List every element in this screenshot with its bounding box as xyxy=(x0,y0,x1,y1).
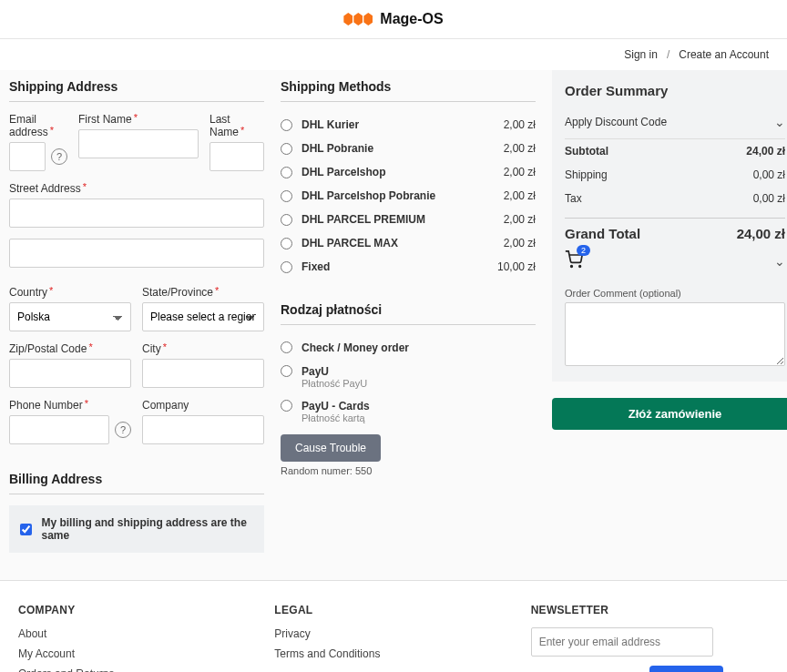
shipping-label: Shipping xyxy=(565,168,608,181)
payment-row[interactable]: Check / Money order xyxy=(281,336,536,360)
cause-trouble-button[interactable]: Cause Trouble xyxy=(281,434,381,462)
footer: COMPANY About My Account Orders and Retu… xyxy=(0,580,787,672)
chevron-down-icon: ⌄ xyxy=(774,254,785,269)
tax-value: 0,00 zł xyxy=(753,192,785,205)
place-order-button[interactable]: Złóż zamówienie xyxy=(552,398,787,430)
billing-same-label: My billing and shipping address are the … xyxy=(41,516,253,542)
state-label: State/Province xyxy=(142,286,264,299)
ship-method-row[interactable]: DHL Pobranie2,00 zł xyxy=(281,137,536,160)
shipping-methods-title: Shipping Methods xyxy=(281,70,536,102)
svg-point-1 xyxy=(579,266,581,268)
ship-method-row[interactable]: DHL Parcelshop Pobranie2,00 zł xyxy=(281,184,536,208)
ship-radio[interactable] xyxy=(281,261,292,273)
ship-method-row[interactable]: Fixed10,00 zł xyxy=(281,255,536,279)
zip-label: Zip/Postal Code xyxy=(9,342,131,355)
billing-same-row[interactable]: My billing and shipping address are the … xyxy=(9,505,264,553)
footer-link-orders[interactable]: Orders and Returns xyxy=(18,667,256,672)
shipping-value: 0,00 zł xyxy=(753,168,785,181)
payment-title: Rodzaj płatności xyxy=(281,293,536,325)
subscribe-button[interactable]: Subscribe xyxy=(649,666,723,672)
footer-newsletter-head: NEWSLETTER xyxy=(531,604,769,616)
email-label: Email address xyxy=(9,113,67,138)
country-select[interactable]: Polska xyxy=(9,302,131,331)
subtotal-label: Subtotal xyxy=(565,145,608,158)
street-label: Street Address xyxy=(9,182,264,195)
logo-icon xyxy=(343,13,373,25)
ship-radio[interactable] xyxy=(281,119,292,131)
order-summary-section: Order Summary Apply Discount Code ⌄ Subt… xyxy=(552,70,787,553)
payment-radio[interactable] xyxy=(281,341,292,353)
cart-badge: 2 xyxy=(577,245,590,256)
logo-text: Mage-OS xyxy=(380,11,443,27)
phone-field[interactable] xyxy=(9,415,109,444)
ship-radio[interactable] xyxy=(281,190,292,202)
order-comment-textarea[interactable] xyxy=(565,302,785,366)
first-name-field[interactable] xyxy=(78,129,199,158)
ship-radio[interactable] xyxy=(281,167,292,178)
grand-label: Grand Total xyxy=(565,226,640,241)
street-field-1[interactable] xyxy=(9,199,264,228)
ship-method-row[interactable]: DHL Kurier2,00 zł xyxy=(281,113,536,137)
payment-row[interactable]: PayU - CardsPłatność kartą xyxy=(281,394,536,429)
ship-method-row[interactable]: DHL PARCEL PREMIUM2,00 zł xyxy=(281,208,536,231)
shipping-methods-section: Shipping Methods DHL Kurier2,00 zł DHL P… xyxy=(281,70,536,553)
grand-value: 24,00 zł xyxy=(737,226,785,241)
shipping-address-section: Shipping Address Email address ? First N… xyxy=(9,70,264,553)
ship-radio[interactable] xyxy=(281,214,292,226)
payment-row[interactable]: PayUPłatność PayU xyxy=(281,360,536,394)
billing-same-checkbox[interactable] xyxy=(20,523,32,536)
top-links: Sign in / Create an Account xyxy=(0,39,787,70)
separator: / xyxy=(667,48,669,61)
phone-label: Phone Number xyxy=(9,399,131,412)
random-number-text: Random numer: 550 xyxy=(281,465,536,476)
ship-method-row[interactable]: DHL PARCEL MAX2,00 zł xyxy=(281,231,536,255)
create-account-link[interactable]: Create an Account xyxy=(679,48,769,61)
header: Mage-OS xyxy=(0,0,787,39)
company-label: Company xyxy=(142,399,264,412)
tax-label: Tax xyxy=(565,192,582,205)
subtotal-value: 24,00 zł xyxy=(746,145,785,158)
company-field[interactable] xyxy=(142,415,264,444)
summary-title: Order Summary xyxy=(565,83,785,98)
state-select[interactable]: Please select a region, state or provinc… xyxy=(142,302,264,331)
svg-point-0 xyxy=(571,266,573,268)
ship-radio[interactable] xyxy=(281,238,292,249)
tooltip-icon[interactable]: ? xyxy=(51,148,67,165)
footer-link-privacy[interactable]: Privacy xyxy=(274,627,512,640)
last-name-field[interactable] xyxy=(210,142,264,171)
zip-field[interactable] xyxy=(9,359,131,388)
footer-link-terms[interactable]: Terms and Conditions xyxy=(274,647,512,660)
first-name-label: First Name xyxy=(78,113,199,126)
payment-radio[interactable] xyxy=(281,365,292,377)
cart-icon: 2 xyxy=(565,250,583,271)
country-label: Country xyxy=(9,286,131,299)
email-field[interactable] xyxy=(9,142,46,171)
tooltip-icon[interactable]: ? xyxy=(115,422,131,438)
chevron-down-icon: ⌄ xyxy=(774,115,785,129)
footer-link-about[interactable]: About xyxy=(18,627,256,640)
ship-method-row[interactable]: DHL Parcelshop2,00 zł xyxy=(281,160,536,184)
comment-label: Order Comment (optional) xyxy=(565,288,785,299)
ship-radio[interactable] xyxy=(281,143,292,155)
city-field[interactable] xyxy=(142,359,264,388)
newsletter-input[interactable] xyxy=(531,627,713,657)
city-label: City xyxy=(142,342,264,355)
street-field-2[interactable] xyxy=(9,239,264,268)
footer-link-account[interactable]: My Account xyxy=(18,647,256,660)
shipping-address-title: Shipping Address xyxy=(9,70,264,102)
billing-title: Billing Address xyxy=(9,463,264,494)
payment-radio[interactable] xyxy=(281,400,292,412)
cart-items-toggle[interactable]: 2 ⌄ xyxy=(565,241,785,280)
last-name-label: Last Name xyxy=(210,113,264,138)
footer-legal-head: LEGAL xyxy=(274,604,512,616)
footer-company-head: COMPANY xyxy=(18,604,256,616)
discount-toggle[interactable]: Apply Discount Code ⌄ xyxy=(565,109,785,139)
logo[interactable]: Mage-OS xyxy=(343,11,443,27)
sign-in-link[interactable]: Sign in xyxy=(624,48,658,61)
